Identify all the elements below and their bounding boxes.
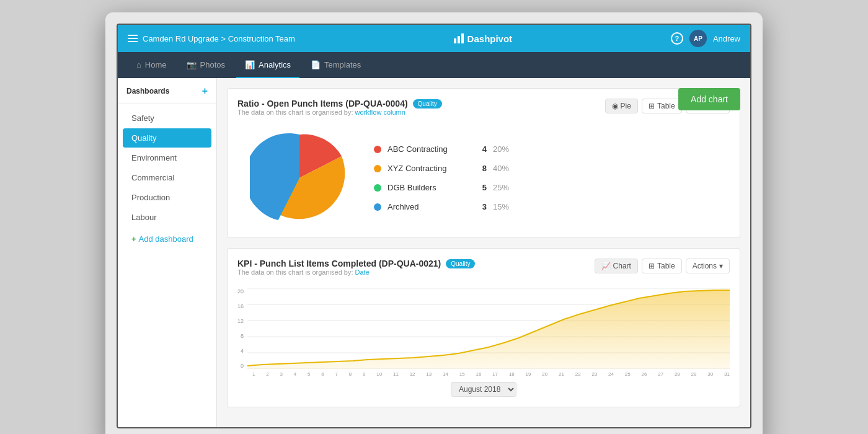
sidebar-item-labour[interactable]: Labour xyxy=(123,208,211,227)
area-chart-svg xyxy=(247,288,730,369)
chevron-down-icon-2: ▾ xyxy=(719,262,723,270)
chart1-subtitle: The data on this chart is organised by: … xyxy=(237,108,442,116)
home-icon: ⌂ xyxy=(136,60,141,69)
y-label-8: 8 xyxy=(241,333,244,339)
table-icon-2: ⊞ xyxy=(649,262,655,270)
y-axis: 20 16 12 8 4 0 xyxy=(237,288,247,369)
chart1-badge: Quality xyxy=(413,99,442,108)
sidebar-item-quality[interactable]: Quality xyxy=(123,128,211,148)
legend-label-xyz: XYZ Contracting xyxy=(388,164,468,173)
y-label-0: 0 xyxy=(241,363,244,369)
app-title: Dashpivot xyxy=(467,33,513,44)
photos-icon: 📷 xyxy=(187,60,197,69)
sidebar-header: Dashboards + xyxy=(118,86,216,104)
y-label-12: 12 xyxy=(237,318,244,324)
app-title-section: Dashpivot xyxy=(454,33,513,44)
app-logo-icon xyxy=(454,33,464,43)
chart2-badge: Quality xyxy=(446,259,475,268)
chart2-title: KPI - Punch List Items Completed (DP-QUA… xyxy=(237,259,441,268)
templates-icon: 📄 xyxy=(311,60,321,69)
table-icon: ⊞ xyxy=(649,102,655,110)
add-chart-button[interactable]: Add chart xyxy=(678,88,740,110)
user-name: Andrew xyxy=(713,34,740,43)
analytics-icon: 📊 xyxy=(245,60,255,69)
legend-item-3: Archived 3 15% xyxy=(374,202,515,211)
chart-view-button[interactable]: 📈 Chart xyxy=(595,259,638,273)
breadcrumb: Camden Rd Upgrade > Construction Team xyxy=(143,34,295,43)
chart1-subtitle-link[interactable]: workflow column xyxy=(355,108,405,116)
chart1-title-row: Ratio - Open Punch Items (DP-QUA-0004) Q… xyxy=(237,99,442,108)
legend-item-0: ABC Contracting 4 20% xyxy=(374,144,515,154)
y-label-16: 16 xyxy=(237,303,244,309)
chart1-legend: ABC Contracting 4 20% XYZ Contracting 8 … xyxy=(374,144,515,211)
legend-dot-abc xyxy=(374,146,381,153)
plus-icon: + xyxy=(131,234,136,244)
area-chart-wrapper: 20 16 12 8 4 0 xyxy=(237,288,730,397)
sidebar-item-production[interactable]: Production xyxy=(123,188,211,207)
nav-photos[interactable]: 📷 Photos xyxy=(178,52,234,78)
chart2-title-row: KPI - Punch List Items Completed (DP-QUA… xyxy=(237,259,475,268)
chart1-title-section: Ratio - Open Punch Items (DP-QUA-0004) Q… xyxy=(237,99,442,126)
legend-label-dgb: DGB Builders xyxy=(388,183,468,192)
x-axis: 1 2 3 4 5 6 7 8 9 10 11 12 13 xyxy=(237,369,730,377)
chart2-subtitle: The data on this chart is organised by: … xyxy=(237,268,475,276)
chart1-header: Ratio - Open Punch Items (DP-QUA-0004) Q… xyxy=(237,99,730,126)
legend-count-dgb: 5 xyxy=(474,183,487,192)
legend-label-abc: ABC Contracting xyxy=(388,144,468,154)
pie-icon: ◉ xyxy=(612,102,618,110)
pie-chart-container: ABC Contracting 4 20% XYZ Contracting 8 … xyxy=(237,128,730,228)
content-area: Add chart Ratio - Open Punch Items (DP-Q… xyxy=(217,78,750,427)
avatar[interactable]: AP xyxy=(689,30,707,47)
chart2-actions-button[interactable]: Actions ▾ xyxy=(686,259,730,273)
legend-pct-abc: 20% xyxy=(493,144,515,154)
y-label-4: 4 xyxy=(241,348,244,354)
table-view-button[interactable]: ⊞ Table xyxy=(642,99,682,113)
legend-pct-dgb: 25% xyxy=(493,183,515,192)
laptop-frame: Camden Rd Upgrade > Construction Team Da… xyxy=(105,12,763,434)
nav-analytics[interactable]: 📊 Analytics xyxy=(236,52,299,78)
add-dashboard-button[interactable]: + Add dashboard xyxy=(123,229,211,249)
legend-dot-archived xyxy=(374,203,381,211)
menu-icon[interactable] xyxy=(128,35,138,42)
chart2-title-section: KPI - Punch List Items Completed (DP-QUA… xyxy=(237,259,475,286)
main-layout: Dashboards + Safety Quality Environment … xyxy=(118,78,750,427)
chart-card-1: Ratio - Open Punch Items (DP-QUA-0004) Q… xyxy=(227,88,740,238)
chart1-title: Ratio - Open Punch Items (DP-QUA-0004) xyxy=(237,99,408,108)
top-bar: Camden Rd Upgrade > Construction Team Da… xyxy=(118,25,750,52)
help-icon[interactable]: ? xyxy=(671,32,683,45)
date-selector: August 2018 xyxy=(237,382,730,397)
month-selector[interactable]: August 2018 xyxy=(451,382,516,397)
chart-card-2: KPI - Punch List Items Completed (DP-QUA… xyxy=(227,248,740,407)
legend-item-2: DGB Builders 5 25% xyxy=(374,183,515,192)
sidebar-item-commercial[interactable]: Commercial xyxy=(123,168,211,187)
screen: Camden Rd Upgrade > Construction Team Da… xyxy=(117,24,751,428)
legend-count-archived: 3 xyxy=(474,202,487,211)
y-label-20: 20 xyxy=(237,288,244,294)
pie-view-button[interactable]: ◉ Pie xyxy=(605,99,638,113)
sidebar-item-environment[interactable]: Environment xyxy=(123,148,211,167)
nav-bar: ⌂ Home 📷 Photos 📊 Analytics 📄 Templates xyxy=(118,52,750,78)
top-bar-left: Camden Rd Upgrade > Construction Team xyxy=(128,34,295,43)
sidebar: Dashboards + Safety Quality Environment … xyxy=(118,78,217,427)
area-chart-body: 20 16 12 8 4 0 xyxy=(237,288,730,369)
legend-dot-xyz xyxy=(374,165,381,172)
nav-templates[interactable]: 📄 Templates xyxy=(302,52,370,78)
legend-pct-archived: 15% xyxy=(493,202,515,211)
add-dashboard-icon[interactable]: + xyxy=(202,86,208,97)
legend-label-archived: Archived xyxy=(388,202,468,211)
area-path-fill xyxy=(247,290,730,369)
legend-dot-dgb xyxy=(374,184,381,192)
sidebar-item-safety[interactable]: Safety xyxy=(123,108,211,128)
nav-home[interactable]: ⌂ Home xyxy=(128,52,175,78)
legend-pct-xyz: 40% xyxy=(493,164,515,173)
table-view-button-2[interactable]: ⊞ Table xyxy=(642,259,682,273)
pie-chart-svg xyxy=(250,128,349,228)
top-bar-right: ? AP Andrew xyxy=(671,30,740,47)
legend-count-abc: 4 xyxy=(474,144,487,154)
chart2-subtitle-link[interactable]: Date xyxy=(355,268,370,276)
legend-item-1: XYZ Contracting 8 40% xyxy=(374,164,515,173)
dashboards-label: Dashboards xyxy=(126,87,169,95)
chart2-header: KPI - Punch List Items Completed (DP-QUA… xyxy=(237,259,730,286)
line-chart-icon: 📈 xyxy=(601,262,611,270)
chart2-controls: 📈 Chart ⊞ Table Actions ▾ xyxy=(595,259,730,273)
